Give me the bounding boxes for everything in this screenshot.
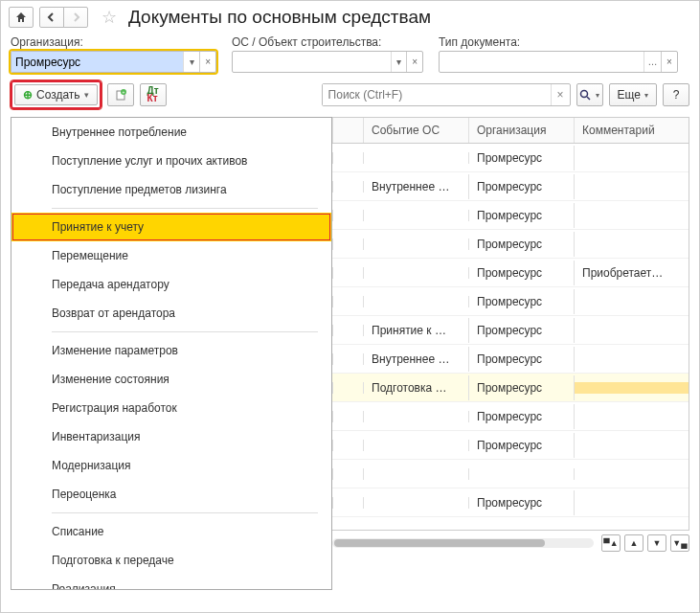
filter-org-combo[interactable]: ▾ ×: [11, 51, 216, 73]
search-box[interactable]: ×: [322, 83, 571, 106]
cell-event: [364, 152, 469, 164]
help-button[interactable]: ?: [663, 83, 689, 106]
cell-event: Подготовка …: [364, 375, 469, 400]
cell-comment: [575, 468, 689, 480]
create-menu-item[interactable]: Изменение состояния: [11, 365, 331, 394]
create-menu-item[interactable]: Поступление предметов лизинга: [11, 175, 331, 204]
more-label: Еще: [618, 88, 641, 102]
col-event[interactable]: Событие ОС: [364, 118, 469, 143]
h-scrollbar[interactable]: [332, 538, 594, 548]
filter-doctype-input[interactable]: [440, 52, 644, 72]
create-menu-item[interactable]: Списание: [11, 517, 331, 546]
cell-event: Внутреннее …: [364, 347, 469, 372]
cell-org: Промресурс: [469, 404, 575, 429]
filter-os-input[interactable]: [233, 52, 391, 72]
page-first-button[interactable]: ▀▲: [601, 534, 621, 552]
cell-event: [364, 210, 469, 221]
cell-comment: [575, 353, 689, 365]
cell-comment: [575, 411, 689, 422]
combo-clear-icon[interactable]: ×: [661, 52, 677, 72]
cell-event: Принятие к …: [364, 318, 469, 343]
menu-separator: [52, 512, 318, 513]
cell-comment: [575, 210, 689, 221]
cell-event: [364, 238, 469, 250]
home-button[interactable]: [9, 7, 34, 28]
create-menu-item[interactable]: Регистрация наработок: [11, 394, 331, 422]
create-menu-item[interactable]: Поступление услуг и прочих активов: [11, 147, 331, 175]
create-menu-item[interactable]: Подготовка к передаче: [11, 546, 331, 575]
create-menu-item[interactable]: Принятие к учету: [11, 213, 331, 241]
cell-org: Промресурс: [469, 261, 575, 285]
cell-comment: [575, 181, 689, 193]
combo-clear-icon[interactable]: ×: [199, 52, 215, 72]
cell-comment: [575, 238, 689, 250]
cell-comment: [575, 296, 689, 307]
create-menu-item[interactable]: Перемещение: [11, 241, 331, 270]
filter-org-input[interactable]: [11, 52, 183, 72]
help-label: ?: [673, 88, 680, 102]
col-org[interactable]: Организация: [469, 118, 575, 143]
combo-more-icon[interactable]: …: [644, 52, 660, 72]
combo-clear-icon[interactable]: ×: [406, 52, 422, 72]
more-button[interactable]: Еще ▾: [609, 83, 657, 106]
cell-org: Промресурс: [469, 347, 575, 372]
cell-comment: [575, 497, 689, 509]
svg-text:+: +: [122, 89, 124, 95]
back-button[interactable]: [39, 7, 64, 28]
create-menu-item[interactable]: Реализация: [11, 575, 331, 590]
create-menu-item[interactable]: Изменение параметров: [11, 336, 331, 365]
page-down-button[interactable]: ▼: [647, 534, 666, 552]
search-button[interactable]: ▾: [576, 83, 603, 106]
cell-org: Промресурс: [469, 146, 575, 170]
chevron-down-icon: ▾: [84, 90, 89, 100]
favorite-icon[interactable]: ☆: [102, 7, 117, 28]
cell-org: Промресурс: [469, 318, 575, 343]
menu-separator: [52, 331, 318, 332]
cell-comment: [575, 382, 689, 394]
search-input[interactable]: [323, 84, 551, 105]
col-comment[interactable]: Комментарий: [575, 118, 689, 143]
create-menu-item[interactable]: Внутреннее потребление: [11, 118, 331, 147]
create-menu-item[interactable]: Модернизация: [11, 451, 331, 480]
filter-doctype-combo[interactable]: … ×: [439, 51, 678, 73]
cell-event: [364, 267, 469, 279]
filter-doctype-label: Тип документа:: [439, 35, 678, 49]
filter-os-label: ОС / Объект строительства:: [232, 35, 423, 49]
page-up-button[interactable]: ▲: [624, 534, 644, 552]
cell-event: [364, 497, 469, 509]
cell-org: [469, 468, 575, 480]
create-menu-item[interactable]: Переоценка: [11, 480, 331, 509]
cell-org: Промресурс: [469, 232, 575, 257]
combo-dropdown-icon[interactable]: ▾: [391, 52, 407, 72]
page-title: Документы по основным средствам: [128, 7, 431, 28]
copy-button[interactable]: +: [107, 83, 134, 106]
cell-comment: [575, 152, 689, 164]
menu-separator: [52, 208, 318, 209]
h-scroll-thumb[interactable]: [334, 539, 545, 547]
create-menu-item[interactable]: Передача арендатору: [11, 270, 331, 299]
create-menu-item[interactable]: Возврат от арендатора: [11, 299, 331, 328]
cell-comment: [575, 440, 689, 451]
page-last-button[interactable]: ▼▄: [670, 534, 689, 552]
cell-event: [364, 468, 469, 480]
col-blank[interactable]: [333, 118, 364, 143]
chevron-down-icon: ▾: [644, 91, 648, 100]
filter-org-label: Организация:: [11, 35, 216, 49]
combo-dropdown-icon[interactable]: ▾: [183, 52, 199, 72]
cell-org: Промресурс: [469, 490, 575, 515]
cell-event: [364, 411, 469, 422]
svg-point-3: [581, 91, 588, 98]
create-menu-item[interactable]: Инвентаризация: [11, 422, 331, 451]
search-clear-icon[interactable]: ×: [551, 84, 570, 105]
cell-org: Промресурс: [469, 375, 575, 400]
filter-os-combo[interactable]: ▾ ×: [232, 51, 423, 73]
cell-org: Промресурс: [469, 289, 575, 314]
plus-icon: ⊕: [23, 88, 33, 102]
cell-event: Внутреннее …: [364, 174, 469, 199]
cell-comment: [575, 325, 689, 336]
cell-event: [364, 440, 469, 451]
create-label: Создать: [36, 88, 80, 102]
create-button[interactable]: ⊕ Создать ▾: [14, 84, 98, 105]
forward-button[interactable]: [63, 7, 88, 28]
dt-kt-button[interactable]: ДтКт: [140, 83, 167, 106]
